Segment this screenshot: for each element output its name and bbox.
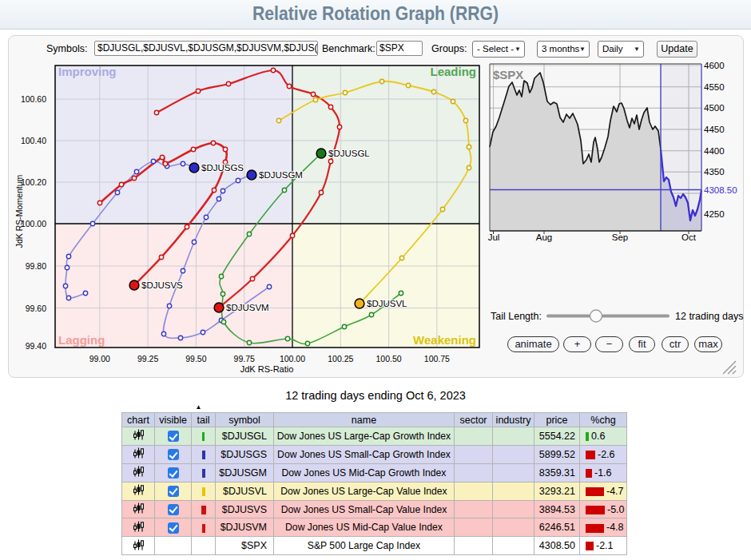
svg-text:4250: 4250	[704, 209, 725, 219]
svg-text:Improving: Improving	[58, 65, 117, 78]
svg-text:4500: 4500	[704, 103, 725, 113]
svg-text:$DJUSVM: $DJUSVM	[226, 303, 269, 312]
svg-text:99.60: 99.60	[26, 304, 46, 313]
svg-text:99.25: 99.25	[137, 354, 158, 363]
svg-text:$SPX: $SPX	[493, 68, 523, 81]
svg-text:$DJUSGL: $DJUSGL	[328, 149, 370, 158]
svg-text:99.80: 99.80	[26, 261, 46, 271]
svg-text:100.50: 100.50	[376, 354, 402, 363]
svg-text:100.25: 100.25	[328, 354, 353, 363]
svg-text:99.40: 99.40	[26, 341, 46, 351]
svg-text:$DJUSVL: $DJUSVL	[367, 299, 407, 308]
svg-text:99.75: 99.75	[234, 354, 255, 363]
svg-text:99.00: 99.00	[89, 354, 110, 363]
svg-text:4308.50: 4308.50	[704, 185, 737, 195]
svg-text:$DJUSVS: $DJUSVS	[141, 280, 183, 290]
svg-text:100.00: 100.00	[280, 354, 305, 363]
svg-text:JdK RS-Ratio: JdK RS-Ratio	[240, 364, 294, 374]
svg-text:4350: 4350	[704, 167, 725, 177]
svg-text:Weakening: Weakening	[413, 333, 476, 347]
svg-text:100.00: 100.00	[21, 219, 46, 228]
svg-text:Aug: Aug	[536, 232, 552, 242]
svg-text:100.20: 100.20	[21, 177, 46, 187]
svg-text:Leading: Leading	[430, 65, 476, 78]
svg-text:4600: 4600	[704, 61, 725, 70]
svg-text:100.75: 100.75	[424, 354, 450, 363]
svg-text:4550: 4550	[704, 82, 725, 92]
svg-text:$DJUSGM: $DJUSGM	[259, 170, 303, 180]
svg-text:4450: 4450	[704, 125, 725, 134]
svg-text:100.60: 100.60	[21, 94, 46, 104]
svg-text:4400: 4400	[704, 146, 725, 156]
svg-text:99.50: 99.50	[185, 354, 206, 363]
svg-text:$DJUSGS: $DJUSGS	[201, 163, 244, 173]
svg-text:Jul: Jul	[488, 232, 500, 242]
svg-text:Oct: Oct	[681, 232, 697, 242]
svg-text:Sep: Sep	[612, 232, 628, 242]
svg-text:Lagging: Lagging	[58, 333, 105, 347]
svg-text:JdK RS-Momentum: JdK RS-Momentum	[14, 174, 24, 248]
svg-text:100.40: 100.40	[21, 136, 46, 145]
